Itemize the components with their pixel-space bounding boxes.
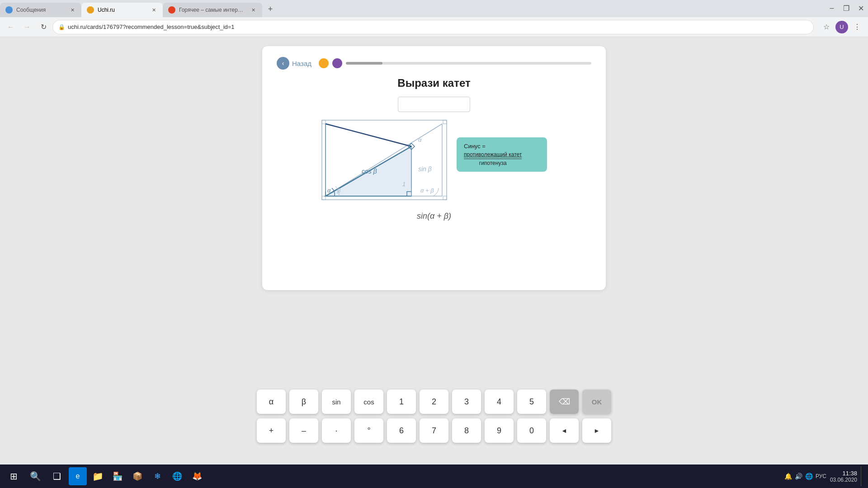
url-text: uchi.ru/cards/176797?recommended_lesson=…: [68, 23, 235, 30]
tab-messages[interactable]: Сообщения ✕: [0, 3, 81, 17]
tab-uchi-label: Uchi.ru: [98, 7, 146, 13]
tab-hot-close[interactable]: ✕: [250, 6, 257, 14]
back-button[interactable]: ‹ Назад: [277, 57, 311, 70]
key-sin[interactable]: sin: [322, 389, 351, 414]
svg-rect-3: [322, 196, 326, 200]
taskbar-right: 🔔 🔊 🌐 РУС 11:38 03.06.2020: [784, 466, 864, 486]
card-title: Вырази катет: [277, 77, 591, 89]
key-degree[interactable]: °: [354, 418, 383, 443]
reload-button[interactable]: ↻: [36, 20, 51, 34]
extensions-button[interactable]: ⋮: [850, 20, 864, 34]
hint-numerator: противолежащий катет: [464, 151, 522, 159]
back-nav-button[interactable]: ←: [4, 20, 18, 34]
tab-hot-icon: [168, 6, 175, 14]
diagram-container: cos β sin β α 1 α β α + β: [321, 119, 448, 202]
key-alpha[interactable]: α: [257, 389, 286, 414]
restore-button[interactable]: ❐: [839, 1, 854, 15]
address-bar[interactable]: 🔒 uchi.ru/cards/176797?recommended_lesso…: [52, 20, 814, 34]
taskbar: ⊞ 🔍 ❑ e 📁 🏪 📦 ❄ 🌐 🦊 🔔 🔊 🌐 РУС 11:38 03.0…: [0, 465, 868, 488]
tab-messages-label: Сообщения: [16, 7, 65, 13]
taskbar-amazon[interactable]: 📦: [128, 467, 146, 485]
key-8[interactable]: 8: [452, 418, 481, 443]
answer-input[interactable]: [398, 97, 470, 112]
hint-box: Синус = противолежащий катет гипотенуза: [457, 137, 547, 172]
taskbar-network-icon[interactable]: 🌐: [805, 473, 813, 480]
key-1[interactable]: 1: [387, 389, 416, 414]
key-cos[interactable]: cos: [354, 389, 383, 414]
taskbar-notification-icon[interactable]: 🔔: [784, 473, 792, 480]
lock-icon: 🔒: [58, 24, 65, 30]
tab-bar: Сообщения ✕ Uchi.ru ✕ Горячее – самые ин…: [0, 0, 868, 17]
svg-rect-1: [322, 120, 326, 124]
taskbar-snowflake[interactable]: ❄: [148, 467, 166, 485]
key-4[interactable]: 4: [485, 389, 514, 414]
key-beta[interactable]: β: [289, 389, 318, 414]
search-button[interactable]: 🔍: [25, 466, 45, 486]
close-button[interactable]: ✕: [854, 1, 868, 15]
browser-actions: ☆ U ⋮: [819, 20, 864, 34]
taskbar-time: 11:38: [830, 470, 857, 477]
back-circle-icon: ‹: [277, 57, 289, 70]
keyboard-row-2: + – · ° 6 7 8 9 0 ◄ ►: [257, 418, 611, 443]
tab-uchi-icon: [87, 6, 94, 14]
start-button[interactable]: ⊞: [4, 466, 24, 486]
svg-line-11: [326, 124, 411, 146]
profile-button[interactable]: U: [835, 21, 848, 33]
taskbar-show-desktop[interactable]: [861, 466, 864, 486]
math-keyboard: α β sin cos 1 2 3 4 5 ⌫ OK + – · ° 6 7 8…: [257, 389, 611, 443]
taskbar-lang: РУС: [816, 473, 826, 479]
tab-uchi[interactable]: Uchi.ru ✕: [81, 3, 163, 17]
taskbar-app2[interactable]: 🦊: [188, 467, 206, 485]
taskbar-time-area: 11:38 03.06.2020: [830, 470, 857, 483]
diagram-svg: cos β sin β α 1 α β α + β: [321, 119, 448, 201]
key-dot[interactable]: ·: [322, 418, 351, 443]
card-header: ‹ Назад: [277, 57, 591, 70]
diagram-area: cos β sin β α 1 α β α + β: [277, 119, 591, 202]
tab-hot-label: Горячее – самые интересные ...: [179, 7, 246, 13]
formula-text: sin(α + β): [277, 211, 591, 221]
key-backspace[interactable]: ⌫: [550, 389, 579, 414]
forward-nav-button[interactable]: →: [20, 20, 34, 34]
progress-bar-fill: [346, 62, 382, 65]
progress-dot-purple: [332, 58, 342, 68]
svg-rect-2: [443, 120, 447, 124]
taskbar-globe[interactable]: 🌐: [168, 467, 186, 485]
keyboard-row-1: α β sin cos 1 2 3 4 5 ⌫ OK: [257, 389, 611, 414]
tab-messages-close[interactable]: ✕: [69, 6, 76, 14]
taskbar-edge[interactable]: e: [69, 467, 87, 485]
taskbar-folder[interactable]: 📁: [89, 467, 107, 485]
key-3[interactable]: 3: [452, 389, 481, 414]
taskbar-store[interactable]: 🏪: [108, 467, 127, 485]
svg-text:sin β: sin β: [418, 165, 432, 173]
key-5[interactable]: 5: [517, 389, 546, 414]
taskbar-volume-icon[interactable]: 🔊: [795, 473, 802, 480]
svg-text:1: 1: [402, 181, 406, 188]
new-tab-button[interactable]: +: [264, 3, 277, 15]
svg-text:cos β: cos β: [362, 168, 377, 175]
main-card: ‹ Назад Вырази катет: [262, 46, 606, 290]
key-6[interactable]: 6: [387, 418, 416, 443]
bookmark-button[interactable]: ☆: [819, 20, 834, 34]
key-plus[interactable]: +: [257, 418, 286, 443]
hint-fraction: противолежащий катет гипотенуза: [464, 151, 522, 166]
svg-text:α: α: [418, 136, 422, 143]
key-ok[interactable]: OK: [582, 389, 611, 414]
browser-toolbar: ← → ↻ 🔒 uchi.ru/cards/176797?recommended…: [0, 17, 868, 37]
key-2[interactable]: 2: [420, 389, 448, 414]
hint-prefix: Синус =: [464, 143, 486, 150]
hint-denominator: гипотенуза: [479, 159, 507, 166]
key-9[interactable]: 9: [485, 418, 514, 443]
key-7[interactable]: 7: [420, 418, 448, 443]
progress-dot-yellow: [319, 58, 329, 68]
back-label: Назад: [292, 60, 311, 67]
key-minus[interactable]: –: [289, 418, 318, 443]
key-left-arrow[interactable]: ◄: [550, 418, 579, 443]
tab-hot[interactable]: Горячее – самые интересные ... ✕: [163, 3, 262, 17]
key-right-arrow[interactable]: ►: [582, 418, 611, 443]
progress-area: [319, 58, 591, 68]
task-view-button[interactable]: ❑: [47, 466, 67, 486]
tab-uchi-close[interactable]: ✕: [150, 6, 157, 14]
svg-rect-4: [443, 196, 447, 200]
key-0[interactable]: 0: [517, 418, 546, 443]
minimize-button[interactable]: –: [825, 1, 839, 15]
